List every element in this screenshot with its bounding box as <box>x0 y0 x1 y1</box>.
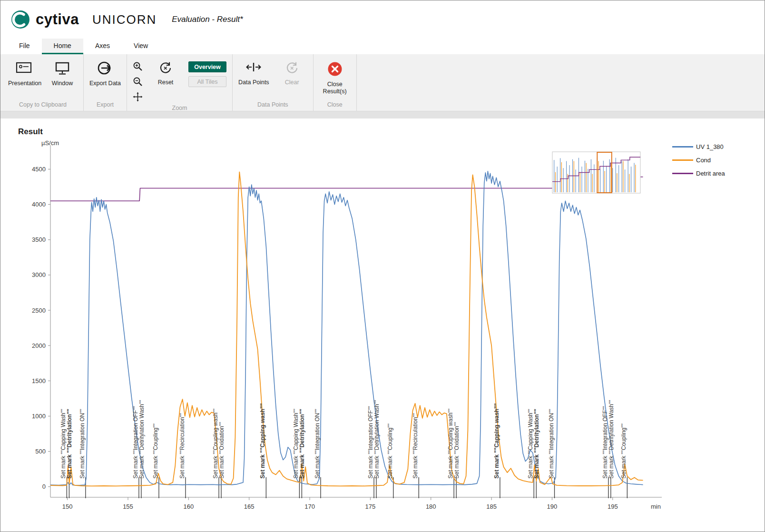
chromatogram-chart[interactable]: 0500100015002000250030003500400045001501… <box>14 139 666 520</box>
ribbon-group-export: Export Data Export <box>84 54 127 111</box>
svg-text:min: min <box>651 503 661 510</box>
app-header: cytiva UNICORN Evaluation - Result* <box>0 0 765 39</box>
ribbon-toolbar: Presentation Window Copy to Clipboard <box>0 54 765 111</box>
app-window: cytiva UNICORN Evaluation - Result* File… <box>0 0 765 532</box>
svg-text:Set mark ""Recirculation"": Set mark ""Recirculation"" <box>179 413 186 479</box>
all-tiles-button[interactable]: All Tiles <box>188 76 226 87</box>
close-icon <box>327 61 343 79</box>
svg-text:Set mark ""Capping Wash"": Set mark ""Capping Wash"" <box>527 409 534 479</box>
window-icon <box>54 61 71 78</box>
svg-text:Set mark ""Oxidation"": Set mark ""Oxidation"" <box>218 422 225 479</box>
legend-color-line <box>672 146 693 148</box>
legend-label: UV 1_380 <box>696 143 724 150</box>
presentation-button[interactable]: Presentation <box>8 61 39 87</box>
svg-text:190: 190 <box>547 503 558 510</box>
presentation-label: Presentation <box>8 80 39 87</box>
presentation-icon <box>15 61 32 78</box>
tab-file[interactable]: File <box>7 39 42 54</box>
svg-text:195: 195 <box>608 503 618 510</box>
svg-text:1500: 1500 <box>32 377 46 384</box>
svg-text:Set mark ""Integration OFF"": Set mark ""Integration OFF"" <box>367 406 374 478</box>
svg-text:4000: 4000 <box>32 201 46 208</box>
clear-button[interactable]: Clear <box>277 61 307 86</box>
data-points-label: Data Points <box>238 79 269 86</box>
chart-legend: UV 1_380CondDetrit area <box>672 143 725 177</box>
svg-text:Set mark ""Detritylation Wash": Set mark ""Detritylation Wash"" <box>608 400 615 478</box>
svg-text:Set mark ""Detritylation"": Set mark ""Detritylation"" <box>533 409 540 479</box>
export-group-caption: Export <box>89 100 121 110</box>
svg-text:Set mark ""Oxidation"": Set mark ""Oxidation"" <box>453 422 460 479</box>
export-data-button[interactable]: Export Data <box>89 61 121 87</box>
data-points-icon <box>245 61 262 77</box>
svg-text:185: 185 <box>486 503 497 510</box>
tab-view[interactable]: View <box>122 39 160 54</box>
close-results-button[interactable]: Close Result(s) <box>319 61 351 95</box>
svg-text:Set mark ""Detritylation Wash": Set mark ""Detritylation Wash"" <box>138 400 145 478</box>
svg-text:160: 160 <box>183 503 194 510</box>
tab-home[interactable]: Home <box>42 39 83 54</box>
svg-text:150: 150 <box>62 503 73 510</box>
export-data-icon <box>97 61 113 78</box>
svg-text:Set mark ""Integration OFF"": Set mark ""Integration OFF"" <box>602 406 608 478</box>
ribbon-group-close: Close Result(s) Close <box>314 54 357 111</box>
legend-color-line <box>672 159 693 161</box>
svg-text:Set mark ""Capping Wash"": Set mark ""Capping Wash"" <box>293 409 299 479</box>
svg-text:4500: 4500 <box>32 166 46 173</box>
product-name: UNICORN <box>92 12 157 27</box>
data-points-button[interactable]: Data Points <box>238 61 269 86</box>
svg-text:0: 0 <box>42 483 46 490</box>
legend-label: Detrit area <box>696 170 725 177</box>
datapoints-group-caption: Data Points <box>238 100 307 110</box>
overview-button[interactable]: Overview <box>188 61 226 72</box>
brand-name: cytiva <box>36 11 79 28</box>
svg-text:Set mark ""Detritylation"": Set mark ""Detritylation"" <box>299 409 305 479</box>
window-button[interactable]: Window <box>47 61 78 87</box>
svg-text:Set mark ""Coupling wash"": Set mark ""Coupling wash"" <box>212 409 219 479</box>
svg-text:Set mark ""Detritylation"": Set mark ""Detritylation"" <box>66 409 73 479</box>
menu-tabs: File Home Axes View <box>0 39 765 54</box>
svg-text:Set mark ""Integration ON"": Set mark ""Integration ON"" <box>314 409 321 478</box>
close-group-caption: Close <box>319 100 351 110</box>
legend-color-line <box>672 173 693 174</box>
svg-text:165: 165 <box>244 503 255 510</box>
svg-text:1000: 1000 <box>32 413 46 420</box>
legend-label: Cond <box>696 157 711 164</box>
cytiva-logo-icon <box>11 10 30 29</box>
svg-text:2500: 2500 <box>32 307 46 314</box>
legend-item-cond[interactable]: Cond <box>672 157 725 164</box>
svg-text:Set mark ""Recirculation"": Set mark ""Recirculation"" <box>412 413 419 479</box>
tab-axes[interactable]: Axes <box>83 39 122 54</box>
svg-text:170: 170 <box>304 503 315 510</box>
reset-zoom-button[interactable]: Reset <box>150 61 181 86</box>
pan-button[interactable] <box>133 92 143 104</box>
ribbon-divider-strip <box>0 111 765 118</box>
svg-text:Set mark ""Coupling"": Set mark ""Coupling"" <box>152 424 159 479</box>
svg-text:Set mark ""Capping wash"": Set mark ""Capping wash"" <box>493 404 500 479</box>
window-label: Window <box>52 80 73 87</box>
ribbon-group-copy: Presentation Window Copy to Clipboard <box>2 54 84 111</box>
svg-text:Set mark ""Integration ON"": Set mark ""Integration ON"" <box>548 409 555 478</box>
ribbon-group-zoom: Reset Overview All Tiles Zoom <box>127 54 233 111</box>
svg-text:Set mark ""Capping Wash"": Set mark ""Capping Wash"" <box>60 409 67 479</box>
legend-item-detrit-area[interactable]: Detrit area <box>672 170 725 177</box>
svg-text:180: 180 <box>426 503 436 510</box>
svg-text:3000: 3000 <box>32 271 46 278</box>
ribbon-group-datapoints: Data Points Clear Data Points <box>233 54 314 111</box>
svg-text:Set mark ""Integration ON"": Set mark ""Integration ON"" <box>79 409 86 478</box>
clear-icon <box>285 61 299 77</box>
zoom-out-button[interactable] <box>133 77 143 89</box>
svg-text:500: 500 <box>35 448 46 455</box>
svg-text:µS/cm: µS/cm <box>41 139 59 147</box>
zoom-in-button[interactable] <box>133 61 143 73</box>
svg-text:Set mark ""Coupling"": Set mark ""Coupling"" <box>387 424 393 479</box>
close-results-label: Close Result(s) <box>319 81 351 95</box>
svg-text:Set mark ""Coupling"": Set mark ""Coupling"" <box>620 424 627 479</box>
export-data-label: Export Data <box>89 80 121 87</box>
svg-text:175: 175 <box>365 503 376 510</box>
svg-text:155: 155 <box>123 503 133 510</box>
clear-label: Clear <box>285 79 299 86</box>
svg-text:Set mark ""Integration OFF"": Set mark ""Integration OFF"" <box>132 406 139 478</box>
window-subtitle: Evaluation - Result* <box>172 15 243 24</box>
legend-item-uv-1-380[interactable]: UV 1_380 <box>672 143 725 150</box>
svg-text:2000: 2000 <box>32 342 46 349</box>
